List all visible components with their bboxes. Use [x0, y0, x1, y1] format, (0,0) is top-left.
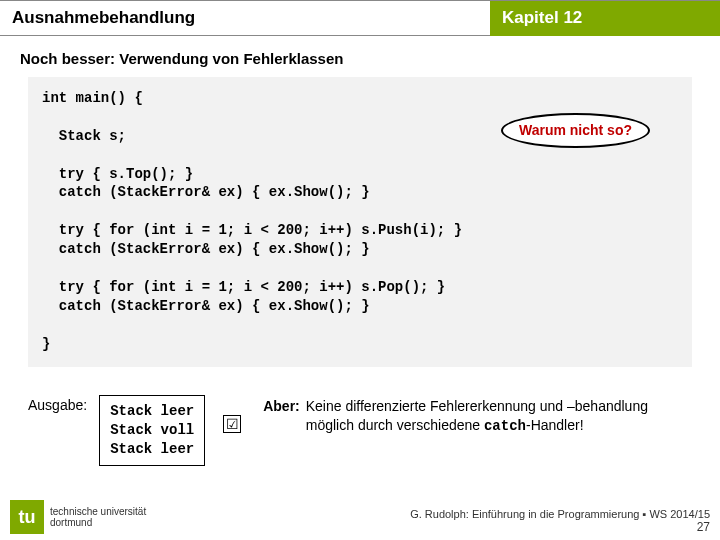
- slide-number: 27: [410, 520, 710, 534]
- aber-text-a: Keine differenzierte Fehlererkennung und…: [306, 398, 648, 433]
- code-line: catch (StackError& ex) { ex.Show(); }: [42, 183, 678, 202]
- slide-subtitle: Noch besser: Verwendung von Fehlerklasse…: [0, 36, 720, 77]
- code-line: catch (StackError& ex) { ex.Show(); }: [42, 240, 678, 259]
- header-title-right: Kapitel 12: [490, 1, 720, 36]
- code-line: int main() {: [42, 89, 678, 108]
- lower-row: Ausgabe: Stack leer Stack voll Stack lee…: [0, 367, 720, 466]
- code-line: catch (StackError& ex) { ex.Show(); }: [42, 297, 678, 316]
- output-box: Stack leer Stack voll Stack leer: [99, 395, 205, 466]
- aber-block: Aber: Keine differenzierte Fehlererkennu…: [263, 395, 692, 436]
- aber-text-b: catch: [484, 418, 526, 434]
- tu-logo: tu technische universität dortmund: [10, 500, 146, 534]
- slide-footer: tu technische universität dortmund G. Ru…: [0, 500, 720, 536]
- check-icon: ☑: [223, 415, 241, 433]
- footer-course: G. Rudolph: Einführung in die Programmie…: [410, 508, 710, 520]
- header-title-left: Ausnahmebehandlung: [0, 1, 490, 36]
- code-line: try { for (int i = 1; i < 200; i++) s.Pu…: [42, 221, 678, 240]
- tu-logo-mark: tu: [10, 500, 44, 534]
- tu-logo-text: technische universität dortmund: [50, 506, 146, 528]
- slide-header: Ausnahmebehandlung Kapitel 12: [0, 0, 720, 36]
- callout-bubble: Warum nicht so?: [501, 113, 650, 148]
- output-label: Ausgabe:: [28, 395, 87, 413]
- code-line: }: [42, 335, 678, 354]
- code-line: try { s.Top(); }: [42, 165, 678, 184]
- footer-right: G. Rudolph: Einführung in die Programmie…: [410, 508, 710, 534]
- aber-label: Aber:: [263, 397, 300, 436]
- code-block: Warum nicht so? int main() { Stack s; tr…: [28, 77, 692, 367]
- aber-text-c: -Handler!: [526, 417, 584, 433]
- aber-text: Keine differenzierte Fehlererkennung und…: [306, 397, 692, 436]
- code-line: try { for (int i = 1; i < 200; i++) s.Po…: [42, 278, 678, 297]
